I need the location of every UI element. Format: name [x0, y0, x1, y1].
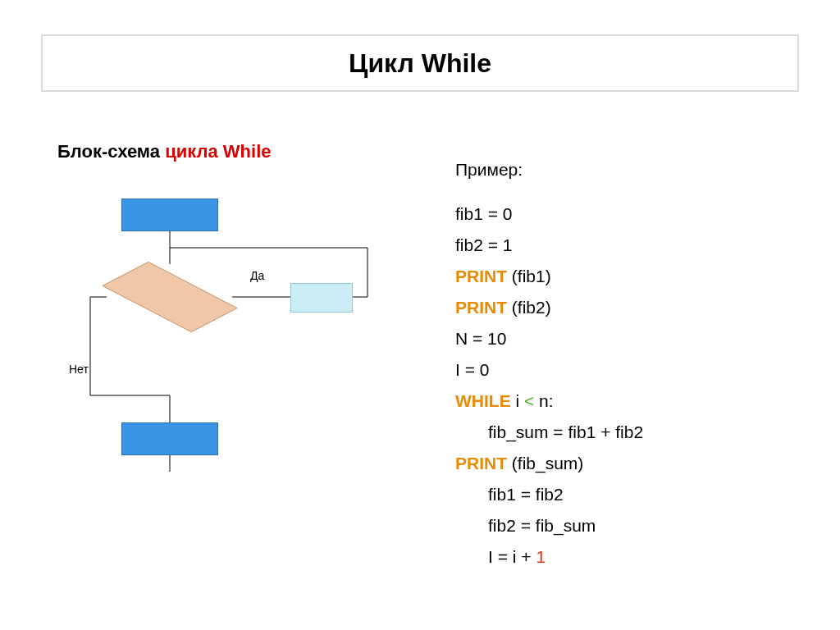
code-line: While i < n:: [455, 386, 800, 417]
kw-print: Print: [455, 298, 507, 317]
flowchart-start-box: [121, 199, 218, 231]
kw-print: Print: [455, 454, 507, 472]
code-line: I = 0: [455, 354, 800, 386]
code-line: fib2 = fib_sum: [488, 510, 800, 541]
page-title: Цикл While: [349, 48, 491, 79]
code-text: (fib1): [507, 267, 551, 285]
code-line: fib_sum = fib1 + fib2: [488, 417, 800, 448]
code-text: I = i +: [488, 547, 536, 566]
code-line: I = i + 1: [488, 541, 800, 573]
code-text: n:: [534, 391, 553, 410]
code-text: (fib2): [507, 298, 551, 317]
diamond-shape: [102, 262, 237, 332]
title-bar: Цикл While: [41, 34, 799, 92]
code-line: N = 10: [455, 323, 800, 354]
flowchart-heading: Блок-схема цикла While: [57, 141, 272, 162]
flowchart: Да Нет: [57, 189, 386, 484]
label-yes: Да: [250, 269, 264, 282]
code-line: Print (fib2): [455, 292, 800, 323]
code-line: fib1 = fib2: [488, 479, 800, 510]
code-header: Пример:: [455, 154, 800, 185]
code-line: Print (fib_sum): [455, 448, 800, 479]
code-text: (fib_sum): [507, 454, 583, 472]
kw-while: While: [455, 391, 511, 410]
code-line: fib1 = 0: [455, 199, 800, 230]
flowchart-connectors: [57, 189, 386, 484]
flowchart-end-box: [121, 422, 218, 455]
subtitle-prefix: Блок-схема: [57, 141, 165, 162]
subtitle-colored: цикла While: [165, 141, 271, 162]
code-example: Пример: fib1 = 0 fib2 = 1 Print (fib1) P…: [455, 154, 800, 573]
kw-print: Print: [455, 267, 507, 285]
flowchart-decision: [107, 264, 233, 330]
literal-1: 1: [536, 547, 546, 566]
flowchart-loop-body-box: [290, 283, 353, 313]
op-lt: <: [524, 391, 534, 410]
label-no: Нет: [69, 363, 89, 376]
code-line: fib2 = 1: [455, 230, 800, 261]
code-text: i: [511, 391, 524, 410]
code-line: Print (fib1): [455, 261, 800, 292]
